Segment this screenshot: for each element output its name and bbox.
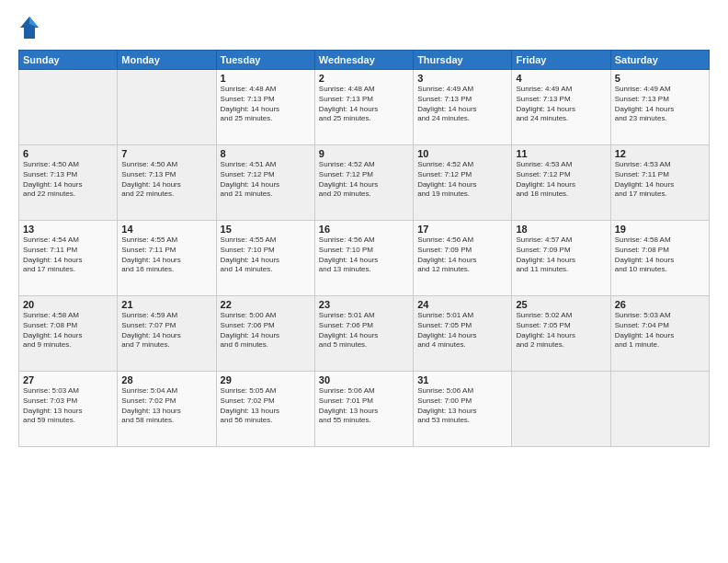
day-number: 10 <box>417 148 507 159</box>
day-number: 24 <box>417 299 507 310</box>
day-info: Sunrise: 4:54 AM Sunset: 7:11 PM Dayligh… <box>23 236 113 275</box>
day-cell: 4Sunrise: 4:49 AM Sunset: 7:13 PM Daylig… <box>512 70 610 145</box>
day-cell: 25Sunrise: 5:02 AM Sunset: 7:05 PM Dayli… <box>512 296 610 372</box>
day-number: 19 <box>615 224 705 235</box>
day-cell: 17Sunrise: 4:56 AM Sunset: 7:09 PM Dayli… <box>414 221 512 296</box>
day-info: Sunrise: 5:01 AM Sunset: 7:06 PM Dayligh… <box>319 311 409 350</box>
day-info: Sunrise: 4:49 AM Sunset: 7:13 PM Dayligh… <box>615 85 705 124</box>
day-cell: 6Sunrise: 4:50 AM Sunset: 7:13 PM Daylig… <box>19 145 118 221</box>
day-info: Sunrise: 5:03 AM Sunset: 7:03 PM Dayligh… <box>23 386 113 426</box>
week-row-4: 20Sunrise: 4:58 AM Sunset: 7:08 PM Dayli… <box>19 296 710 372</box>
day-number: 1 <box>221 73 311 84</box>
day-info: Sunrise: 4:53 AM Sunset: 7:12 PM Dayligh… <box>516 160 606 200</box>
day-cell: 5Sunrise: 4:49 AM Sunset: 7:13 PM Daylig… <box>610 70 709 145</box>
day-cell: 21Sunrise: 4:59 AM Sunset: 7:07 PM Dayli… <box>118 296 216 372</box>
day-cell: 30Sunrise: 5:06 AM Sunset: 7:01 PM Dayli… <box>314 372 413 447</box>
day-number: 14 <box>121 224 211 235</box>
day-number: 21 <box>121 299 211 310</box>
day-number: 26 <box>615 299 705 310</box>
calendar-table: SundayMondayTuesdayWednesdayThursdayFrid… <box>18 50 710 447</box>
day-number: 15 <box>221 224 311 235</box>
week-row-1: 1Sunrise: 4:48 AM Sunset: 7:13 PM Daylig… <box>19 70 710 145</box>
day-number: 20 <box>23 299 113 310</box>
day-info: Sunrise: 4:56 AM Sunset: 7:10 PM Dayligh… <box>319 236 409 275</box>
day-cell: 14Sunrise: 4:55 AM Sunset: 7:11 PM Dayli… <box>118 221 216 296</box>
calendar-body: 1Sunrise: 4:48 AM Sunset: 7:13 PM Daylig… <box>19 70 710 447</box>
day-number: 30 <box>319 374 409 385</box>
calendar-header: SundayMondayTuesdayWednesdayThursdayFrid… <box>19 51 710 70</box>
header-row: SundayMondayTuesdayWednesdayThursdayFrid… <box>19 51 710 70</box>
day-info: Sunrise: 4:49 AM Sunset: 7:13 PM Dayligh… <box>516 85 606 124</box>
day-cell: 8Sunrise: 4:51 AM Sunset: 7:12 PM Daylig… <box>216 145 314 221</box>
day-info: Sunrise: 4:48 AM Sunset: 7:13 PM Dayligh… <box>319 85 409 124</box>
week-row-5: 27Sunrise: 5:03 AM Sunset: 7:03 PM Dayli… <box>19 372 710 447</box>
header-cell-wednesday: Wednesday <box>314 51 413 70</box>
day-cell: 19Sunrise: 4:58 AM Sunset: 7:08 PM Dayli… <box>610 221 709 296</box>
day-number: 2 <box>319 73 409 84</box>
day-cell: 24Sunrise: 5:01 AM Sunset: 7:05 PM Dayli… <box>414 296 512 372</box>
day-number: 7 <box>121 148 211 159</box>
day-cell: 10Sunrise: 4:52 AM Sunset: 7:12 PM Dayli… <box>414 145 512 221</box>
day-info: Sunrise: 5:04 AM Sunset: 7:02 PM Dayligh… <box>121 386 211 426</box>
logo <box>18 15 42 40</box>
day-cell: 11Sunrise: 4:53 AM Sunset: 7:12 PM Dayli… <box>512 145 610 221</box>
day-number: 12 <box>615 148 705 159</box>
day-info: Sunrise: 5:06 AM Sunset: 7:00 PM Dayligh… <box>417 386 507 426</box>
day-info: Sunrise: 4:53 AM Sunset: 7:11 PM Dayligh… <box>615 160 705 200</box>
day-cell: 13Sunrise: 4:54 AM Sunset: 7:11 PM Dayli… <box>19 221 118 296</box>
day-cell: 28Sunrise: 5:04 AM Sunset: 7:02 PM Dayli… <box>118 372 216 447</box>
day-cell: 20Sunrise: 4:58 AM Sunset: 7:08 PM Dayli… <box>19 296 118 372</box>
day-number: 18 <box>516 224 606 235</box>
day-cell: 12Sunrise: 4:53 AM Sunset: 7:11 PM Dayli… <box>610 145 709 221</box>
header <box>18 15 710 40</box>
week-row-2: 6Sunrise: 4:50 AM Sunset: 7:13 PM Daylig… <box>19 145 710 221</box>
day-number: 27 <box>23 374 113 385</box>
day-cell <box>610 372 709 447</box>
day-cell: 27Sunrise: 5:03 AM Sunset: 7:03 PM Dayli… <box>19 372 118 447</box>
day-info: Sunrise: 4:59 AM Sunset: 7:07 PM Dayligh… <box>121 311 211 350</box>
day-info: Sunrise: 4:55 AM Sunset: 7:10 PM Dayligh… <box>221 236 311 275</box>
day-info: Sunrise: 4:58 AM Sunset: 7:08 PM Dayligh… <box>615 236 705 275</box>
header-cell-sunday: Sunday <box>19 51 118 70</box>
day-number: 28 <box>121 374 211 385</box>
day-info: Sunrise: 5:03 AM Sunset: 7:04 PM Dayligh… <box>615 311 705 350</box>
day-info: Sunrise: 5:05 AM Sunset: 7:02 PM Dayligh… <box>221 386 311 426</box>
day-number: 6 <box>23 148 113 159</box>
day-number: 8 <box>221 148 311 159</box>
header-cell-thursday: Thursday <box>414 51 512 70</box>
day-cell: 26Sunrise: 5:03 AM Sunset: 7:04 PM Dayli… <box>610 296 709 372</box>
day-info: Sunrise: 4:48 AM Sunset: 7:13 PM Dayligh… <box>221 85 311 124</box>
day-info: Sunrise: 4:56 AM Sunset: 7:09 PM Dayligh… <box>417 236 507 275</box>
header-cell-saturday: Saturday <box>610 51 709 70</box>
day-number: 4 <box>516 73 606 84</box>
header-cell-monday: Monday <box>118 51 216 70</box>
day-cell: 23Sunrise: 5:01 AM Sunset: 7:06 PM Dayli… <box>314 296 413 372</box>
day-number: 23 <box>319 299 409 310</box>
header-cell-tuesday: Tuesday <box>216 51 314 70</box>
day-cell: 2Sunrise: 4:48 AM Sunset: 7:13 PM Daylig… <box>314 70 413 145</box>
day-number: 5 <box>615 73 705 84</box>
day-info: Sunrise: 4:49 AM Sunset: 7:13 PM Dayligh… <box>417 85 507 124</box>
day-number: 25 <box>516 299 606 310</box>
day-cell <box>512 372 610 447</box>
day-info: Sunrise: 4:55 AM Sunset: 7:11 PM Dayligh… <box>121 236 211 275</box>
day-cell: 7Sunrise: 4:50 AM Sunset: 7:13 PM Daylig… <box>118 145 216 221</box>
day-cell: 3Sunrise: 4:49 AM Sunset: 7:13 PM Daylig… <box>414 70 512 145</box>
day-info: Sunrise: 5:01 AM Sunset: 7:05 PM Dayligh… <box>417 311 507 350</box>
day-cell: 22Sunrise: 5:00 AM Sunset: 7:06 PM Dayli… <box>216 296 314 372</box>
day-cell: 1Sunrise: 4:48 AM Sunset: 7:13 PM Daylig… <box>216 70 314 145</box>
day-number: 16 <box>319 224 409 235</box>
day-cell: 29Sunrise: 5:05 AM Sunset: 7:02 PM Dayli… <box>216 372 314 447</box>
day-number: 9 <box>319 148 409 159</box>
week-row-3: 13Sunrise: 4:54 AM Sunset: 7:11 PM Dayli… <box>19 221 710 296</box>
day-cell: 9Sunrise: 4:52 AM Sunset: 7:12 PM Daylig… <box>314 145 413 221</box>
day-info: Sunrise: 5:02 AM Sunset: 7:05 PM Dayligh… <box>516 311 606 350</box>
header-cell-friday: Friday <box>512 51 610 70</box>
day-number: 3 <box>417 73 507 84</box>
day-info: Sunrise: 4:51 AM Sunset: 7:12 PM Dayligh… <box>221 160 311 200</box>
day-number: 11 <box>516 148 606 159</box>
calendar-page: SundayMondayTuesdayWednesdayThursdayFrid… <box>0 0 728 563</box>
day-info: Sunrise: 4:52 AM Sunset: 7:12 PM Dayligh… <box>319 160 409 200</box>
day-cell <box>19 70 118 145</box>
day-number: 31 <box>417 374 507 385</box>
